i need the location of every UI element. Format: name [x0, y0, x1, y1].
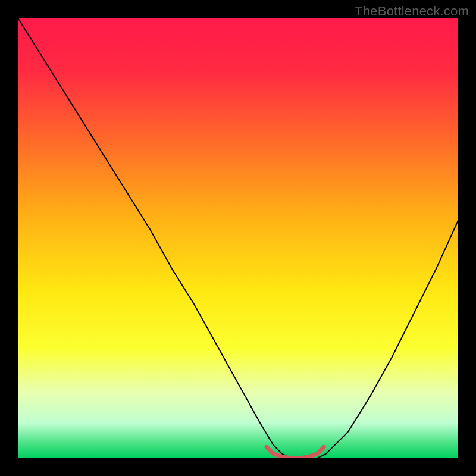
gradient-background: [18, 18, 458, 458]
plot-area: [18, 18, 458, 458]
chart-svg: [18, 18, 458, 458]
watermark-label: TheBottleneck.com: [355, 4, 469, 19]
chart-container: TheBottleneck.com: [0, 0, 476, 476]
